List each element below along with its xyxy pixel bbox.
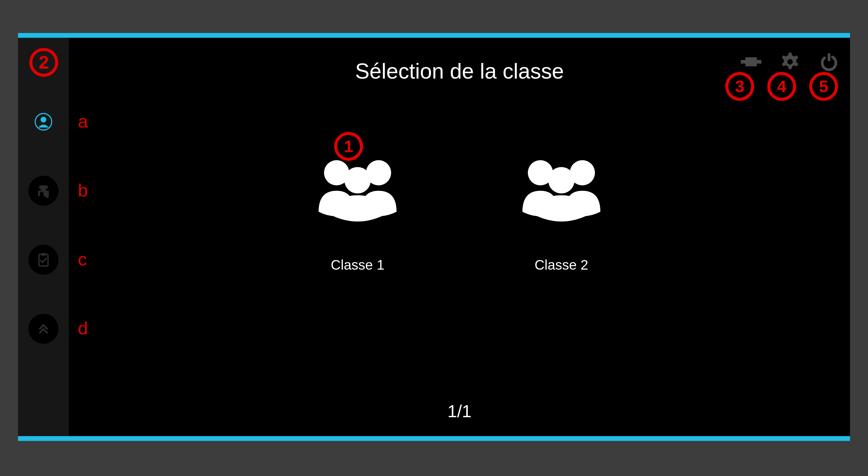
class-label: Classe 1 bbox=[331, 257, 384, 273]
power-icon bbox=[818, 50, 840, 73]
sidebar-item-puzzle[interactable] bbox=[29, 176, 58, 206]
svg-rect-4 bbox=[741, 60, 745, 64]
sidebar-item-clipboard[interactable] bbox=[29, 245, 58, 275]
annotation-letter-b: b bbox=[78, 180, 88, 201]
annotation-letter-d: d bbox=[78, 318, 88, 339]
sidebar bbox=[18, 38, 69, 436]
svg-rect-11 bbox=[828, 53, 830, 61]
settings-button[interactable] bbox=[778, 50, 802, 74]
plug-icon bbox=[740, 50, 763, 73]
power-button[interactable] bbox=[817, 50, 841, 74]
class-list: Classe 1 Classe 2 bbox=[69, 152, 850, 273]
annotation-marker-3: 3 bbox=[725, 72, 754, 101]
group-icon bbox=[307, 152, 408, 224]
toolbar bbox=[739, 50, 841, 74]
pager: 1/1 bbox=[69, 401, 850, 421]
svg-rect-3 bbox=[41, 253, 45, 256]
class-label: Classe 2 bbox=[535, 257, 588, 273]
app-frame: Sélection de la classe bbox=[18, 33, 850, 441]
annotation-letter-c: c bbox=[78, 249, 87, 270]
gear-icon bbox=[779, 50, 802, 73]
chevrons-up-icon bbox=[34, 320, 53, 338]
sidebar-item-user[interactable] bbox=[29, 107, 58, 137]
annotation-marker-5: 5 bbox=[809, 72, 838, 101]
group-icon bbox=[510, 152, 612, 224]
svg-point-17 bbox=[548, 167, 575, 194]
svg-point-14 bbox=[344, 167, 371, 194]
annotation-marker-2: 2 bbox=[29, 48, 58, 77]
plug-button[interactable] bbox=[739, 50, 763, 74]
annotation-letter-a: a bbox=[78, 111, 88, 132]
user-icon bbox=[34, 113, 53, 131]
svg-rect-5 bbox=[752, 58, 755, 60]
svg-point-1 bbox=[40, 117, 46, 122]
svg-rect-7 bbox=[757, 60, 761, 64]
sidebar-item-up[interactable] bbox=[29, 314, 58, 344]
annotation-marker-4: 4 bbox=[767, 72, 796, 101]
class-item-1[interactable]: Classe 1 bbox=[307, 152, 408, 273]
annotation-marker-1: 1 bbox=[334, 132, 363, 161]
svg-point-9 bbox=[787, 59, 793, 64]
svg-rect-6 bbox=[752, 63, 755, 65]
clipboard-check-icon bbox=[34, 251, 53, 269]
puzzle-icon bbox=[34, 182, 53, 200]
class-item-2[interactable]: Classe 2 bbox=[510, 152, 612, 273]
